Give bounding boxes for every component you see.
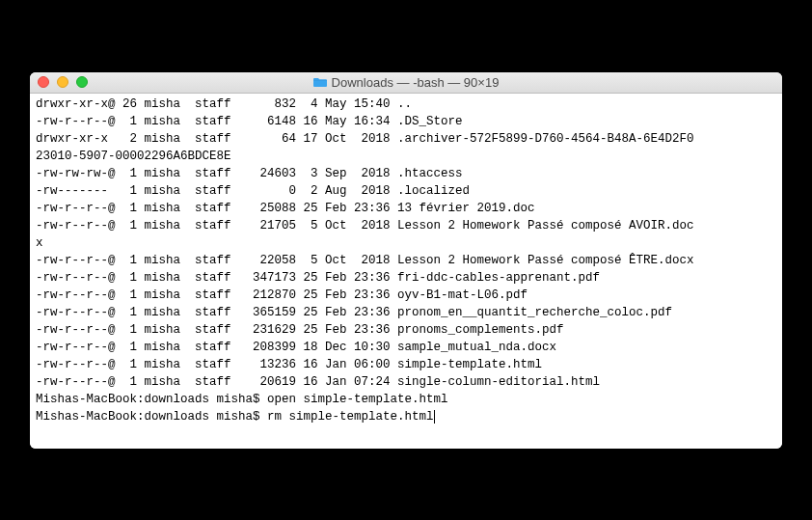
listing-row-wrap: 23010-5907-00002296A6BDCE8E	[36, 148, 776, 165]
terminal-body[interactable]: drwxr-xr-x@ 26 misha staff 832 4 May 15:…	[30, 94, 782, 449]
terminal-window: Downloads — -bash — 90×19 drwxr-xr-x@ 26…	[30, 72, 782, 449]
text-cursor	[434, 410, 435, 424]
window-title: Downloads — -bash — 90×19	[332, 75, 500, 90]
listing-row-wrap: x	[36, 234, 776, 252]
listing-row: -rw-r--r--@ 1 misha staff 231629 25 Feb …	[36, 321, 776, 339]
minimize-button[interactable]	[57, 76, 68, 88]
listing-row: -rw-r--r--@ 1 misha staff 22058 5 Oct 20…	[36, 252, 776, 269]
listing-row: drwxr-xr-x@ 26 misha staff 832 4 May 15:…	[36, 96, 776, 113]
folder-icon	[313, 76, 327, 88]
close-button[interactable]	[38, 76, 49, 88]
listing-row: -rw-r--r--@ 1 misha staff 25088 25 Feb 2…	[36, 200, 776, 217]
shell-prompt: Mishas-MacBook:downloads misha$	[36, 410, 267, 424]
listing-row: -rw-r--r--@ 1 misha staff 208399 18 Dec …	[36, 339, 776, 356]
shell-command: open simple-template.html	[267, 393, 448, 406]
listing-row: -rw------- 1 misha staff 0 2 Aug 2018 .l…	[36, 182, 776, 200]
maximize-button[interactable]	[76, 76, 88, 88]
listing-row: -rw-r--r--@ 1 misha staff 21705 5 Oct 20…	[36, 217, 776, 234]
listing-row: -rw-rw-rw-@ 1 misha staff 24603 3 Sep 20…	[36, 165, 776, 182]
listing-row: -rw-r--r--@ 1 misha staff 6148 16 May 16…	[36, 113, 776, 130]
listing-row: -rw-r--r--@ 1 misha staff 212870 25 Feb …	[36, 287, 776, 304]
listing-row: -rw-r--r--@ 1 misha staff 20619 16 Jan 0…	[36, 373, 776, 391]
prompt-line[interactable]: Mishas-MacBook:downloads misha$ open sim…	[36, 391, 776, 408]
listing-row: -rw-r--r--@ 1 misha staff 13236 16 Jan 0…	[36, 356, 776, 373]
shell-command: rm simple-template.html	[267, 410, 434, 424]
prompt-line[interactable]: Mishas-MacBook:downloads misha$ rm simpl…	[36, 408, 776, 425]
window-title-wrap: Downloads — -bash — 90×19	[30, 75, 782, 90]
listing-row: -rw-r--r--@ 1 misha staff 365159 25 Feb …	[36, 304, 776, 321]
shell-prompt: Mishas-MacBook:downloads misha$	[36, 393, 267, 406]
titlebar[interactable]: Downloads — -bash — 90×19	[30, 72, 782, 94]
listing-row: drwxr-xr-x 2 misha staff 64 17 Oct 2018 …	[36, 130, 776, 148]
listing-row: -rw-r--r--@ 1 misha staff 347173 25 Feb …	[36, 269, 776, 287]
traffic-lights	[30, 76, 88, 88]
